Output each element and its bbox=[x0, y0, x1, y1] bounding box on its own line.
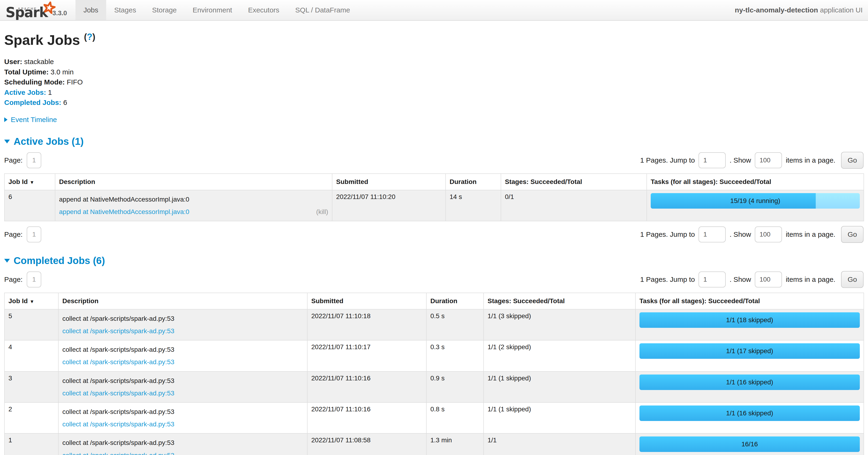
progress-label: 1/1 (16 skipped) bbox=[640, 374, 860, 390]
job-id-cell: 6 bbox=[4, 190, 55, 221]
col-tasks[interactable]: Tasks (for all stages): Succeeded/Total bbox=[647, 174, 864, 190]
help-link[interactable]: (?) bbox=[84, 32, 95, 42]
active-jobs-table: Job Id▼ Description Submitted Duration S… bbox=[4, 173, 864, 221]
tab-storage[interactable]: Storage bbox=[144, 0, 185, 20]
job-detail-link[interactable]: collect at /spark-scripts/spark-ad.py:53 bbox=[62, 449, 175, 455]
page-label: Page: bbox=[4, 156, 23, 164]
application-name-bold: ny-tlc-anomaly-detection bbox=[735, 6, 818, 14]
tasks-progress-bar: 15/19 (4 running) bbox=[651, 193, 860, 208]
job-duration-cell: 0.5 s bbox=[426, 309, 484, 340]
nav-tabs: Jobs Stages Storage Environment Executor… bbox=[75, 0, 358, 20]
jump-to-label: 1 Pages. Jump to bbox=[640, 156, 695, 164]
page-content: Spark Jobs (?) User: stackable Total Upt… bbox=[0, 32, 868, 455]
job-detail-link[interactable]: append at NativeMethodAccessorImpl.java:… bbox=[59, 205, 189, 218]
go-button[interactable]: Go bbox=[841, 152, 864, 169]
completed-jobs-section-header[interactable]: Completed Jobs (6) bbox=[4, 255, 864, 266]
col-job-id[interactable]: Job Id▼ bbox=[4, 174, 55, 190]
job-submitted-cell: 2022/11/07 11:08:58 bbox=[307, 433, 426, 455]
items-per-page-input[interactable] bbox=[755, 226, 782, 243]
active-pagination-bottom: Page: 1 Pages. Jump to . Show items in a… bbox=[4, 226, 864, 243]
kill-job-link[interactable]: (kill) bbox=[316, 205, 328, 218]
col-stages[interactable]: Stages: Succeeded/Total bbox=[501, 174, 647, 190]
tasks-progress-bar: 16/16 bbox=[640, 436, 860, 452]
completed-jobs-table: Job Id▼ Description Submitted Duration S… bbox=[4, 293, 864, 455]
job-description-cell: collect at /spark-scripts/spark-ad.py:53… bbox=[58, 402, 307, 433]
top-navbar: APACHE Spark 3.3.0 Jobs Stages Storage E… bbox=[0, 0, 868, 21]
go-button[interactable]: Go bbox=[841, 226, 864, 243]
col-description[interactable]: Description bbox=[58, 293, 307, 309]
col-duration[interactable]: Duration bbox=[445, 174, 501, 190]
tasks-progress-bar: 1/1 (17 skipped) bbox=[640, 343, 860, 359]
job-detail-link[interactable]: collect at /spark-scripts/spark-ad.py:53 bbox=[62, 356, 175, 368]
tasks-progress-bar: 1/1 (16 skipped) bbox=[640, 405, 860, 421]
page-number-input[interactable] bbox=[27, 152, 41, 168]
job-tasks-cell: 15/19 (4 running) bbox=[647, 190, 864, 221]
job-description-cell: collect at /spark-scripts/spark-ad.py:53… bbox=[58, 371, 307, 402]
items-in-page-label: items in a page. bbox=[786, 276, 835, 283]
completed-jobs-link[interactable]: Completed Jobs: bbox=[4, 98, 61, 106]
col-job-id[interactable]: Job Id▼ bbox=[4, 293, 58, 309]
job-detail-link[interactable]: collect at /spark-scripts/spark-ad.py:53 bbox=[62, 325, 175, 337]
spark-star-icon bbox=[42, 0, 57, 15]
items-in-page-label: items in a page. bbox=[786, 230, 835, 238]
progress-label: 15/19 (4 running) bbox=[651, 193, 860, 208]
job-submitted-cell: 2022/11/07 11:10:16 bbox=[307, 371, 426, 402]
page-number-input[interactable] bbox=[27, 272, 41, 287]
jump-to-input[interactable] bbox=[699, 272, 726, 287]
job-duration-cell: 0.9 s bbox=[426, 371, 484, 402]
col-duration[interactable]: Duration bbox=[426, 293, 484, 309]
items-in-page-label: items in a page. bbox=[786, 156, 835, 164]
job-stages-cell: 1/1 (2 skipped) bbox=[484, 340, 636, 371]
sort-desc-icon: ▼ bbox=[30, 299, 34, 304]
page-title: Spark Jobs (?) bbox=[4, 32, 864, 48]
completed-table-header-row: Job Id▼ Description Submitted Duration S… bbox=[4, 293, 864, 309]
tab-executors[interactable]: Executors bbox=[240, 0, 287, 20]
summary-active-jobs: Active Jobs: 1 bbox=[4, 87, 864, 97]
active-jobs-link[interactable]: Active Jobs: bbox=[4, 88, 46, 96]
jump-to-input[interactable] bbox=[699, 226, 726, 243]
job-id-cell: 1 bbox=[4, 433, 58, 455]
job-tasks-cell: 1/1 (17 skipped) bbox=[636, 340, 864, 371]
tab-jobs[interactable]: Jobs bbox=[75, 0, 106, 20]
jump-to-label: 1 Pages. Jump to bbox=[640, 276, 695, 283]
expanded-arrow-icon bbox=[4, 259, 10, 263]
col-description[interactable]: Description bbox=[55, 174, 332, 190]
go-button[interactable]: Go bbox=[841, 271, 864, 288]
tab-environment[interactable]: Environment bbox=[185, 0, 240, 20]
job-tasks-cell: 1/1 (16 skipped) bbox=[636, 371, 864, 402]
active-table-header-row: Job Id▼ Description Submitted Duration S… bbox=[4, 174, 864, 190]
jump-to-input[interactable] bbox=[699, 152, 726, 168]
job-detail-link[interactable]: collect at /spark-scripts/spark-ad.py:53 bbox=[62, 387, 175, 399]
job-duration-cell: 14 s bbox=[445, 190, 501, 221]
job-id-cell: 5 bbox=[4, 309, 58, 340]
completed-job-row-1: 1 collect at /spark-scripts/spark-ad.py:… bbox=[4, 433, 864, 455]
page-number-input[interactable] bbox=[27, 226, 41, 243]
tab-sql-dataframe[interactable]: SQL / DataFrame bbox=[287, 0, 358, 20]
progress-label: 1/1 (18 skipped) bbox=[640, 312, 860, 328]
summary-scheduling-mode: Scheduling Mode: FIFO bbox=[4, 77, 864, 87]
active-jobs-section-header[interactable]: Active Jobs (1) bbox=[4, 136, 864, 147]
application-name: ny-tlc-anomaly-detection application UI bbox=[735, 6, 863, 14]
active-pagination-top: Page: 1 Pages. Jump to . Show items in a… bbox=[4, 152, 864, 169]
job-stages-cell: 1/1 bbox=[484, 433, 636, 455]
completed-job-row-5: 5 collect at /spark-scripts/spark-ad.py:… bbox=[4, 309, 864, 340]
col-stages[interactable]: Stages: Succeeded/Total bbox=[484, 293, 636, 309]
active-job-row-6: 6 append at NativeMethodAccessorImpl.jav… bbox=[4, 190, 864, 221]
col-submitted[interactable]: Submitted bbox=[332, 174, 445, 190]
col-tasks[interactable]: Tasks (for all stages): Succeeded/Total bbox=[636, 293, 864, 309]
show-label: . Show bbox=[730, 230, 751, 238]
job-id-cell: 4 bbox=[4, 340, 58, 371]
col-submitted[interactable]: Submitted bbox=[307, 293, 426, 309]
summary-user: User: stackable bbox=[4, 57, 864, 67]
tab-stages[interactable]: Stages bbox=[106, 0, 144, 20]
items-per-page-input[interactable] bbox=[755, 152, 782, 168]
job-detail-link[interactable]: collect at /spark-scripts/spark-ad.py:53 bbox=[62, 418, 175, 430]
job-submitted-cell: 2022/11/07 11:10:20 bbox=[332, 190, 445, 221]
progress-label: 1/1 (16 skipped) bbox=[640, 405, 860, 421]
collapsed-arrow-icon bbox=[4, 117, 7, 122]
job-submitted-cell: 2022/11/07 11:10:18 bbox=[307, 309, 426, 340]
event-timeline-toggle[interactable]: Event Timeline bbox=[4, 116, 864, 124]
job-stages-cell: 1/1 (3 skipped) bbox=[484, 309, 636, 340]
show-label: . Show bbox=[730, 276, 751, 283]
items-per-page-input[interactable] bbox=[755, 272, 782, 287]
